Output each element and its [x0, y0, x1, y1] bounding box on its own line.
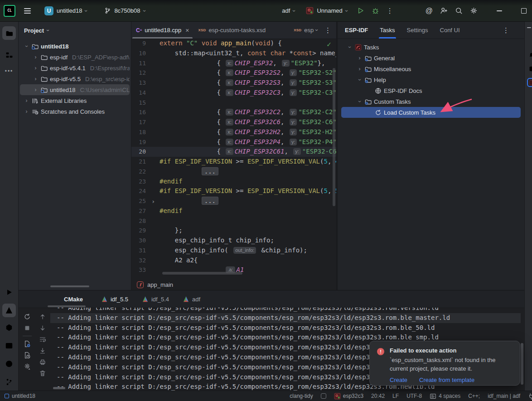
status-item[interactable]: LF	[392, 393, 399, 399]
editor-vertical-scrollbar[interactable]	[333, 68, 335, 206]
stop-icon[interactable]	[24, 324, 31, 332]
status-item[interactable]: UTF-8	[406, 393, 422, 399]
chevron-right-icon[interactable]: ›	[24, 98, 29, 103]
main-menu-button[interactable]	[21, 5, 34, 17]
run-config-tab[interactable]: idf_5.5	[101, 290, 128, 308]
tab-list-chevron-icon[interactable]: ›	[314, 29, 319, 31]
project-tree-item[interactable]: ›Scratches and Consoles	[20, 106, 130, 117]
status-item[interactable]: esp32c3	[334, 393, 363, 400]
chevron-right-icon[interactable]: ›	[24, 109, 29, 114]
more-tools-icon[interactable]: •••	[2, 64, 16, 78]
maximize-button[interactable]	[521, 8, 527, 14]
code-line[interactable]: 21#if ESP_IDF_VERSION >= ESP_IDF_VERSION…	[131, 157, 336, 167]
esp-task-tree-item[interactable]: ›Miscellaneous	[341, 63, 521, 74]
project-tree-item[interactable]: ›esp-idf-v5.5D:\esp_src\esp-idf-	[20, 73, 130, 84]
fold-arrow-icon[interactable]: ›	[151, 197, 155, 207]
code-line[interactable]: 24#if ESP_IDF_VERSION >= ESP_IDF_VERSION…	[131, 186, 336, 196]
breadcrumb-item[interactable]: app_main	[147, 281, 173, 288]
code-line[interactable]: 15	[131, 98, 336, 108]
project-panel-title[interactable]: Project	[24, 27, 44, 34]
code-line[interactable]: 28	[131, 216, 336, 226]
editor-horizontal-scrollbar[interactable]	[162, 272, 242, 275]
status-item[interactable]: clang-tidy	[290, 393, 313, 399]
target-device-selector[interactable]: Unnamed ›	[304, 5, 349, 16]
scrollbar-thumb[interactable]	[48, 305, 86, 307]
esp-task-tree-item[interactable]: ›Help	[341, 74, 521, 85]
chevron-down-icon[interactable]: ›	[357, 77, 363, 83]
code-line[interactable]: 16 { x:CHIP_ESP32C2, y:"ESP32-C2"},	[131, 107, 336, 117]
status-item[interactable]	[528, 393, 532, 400]
print-icon[interactable]	[39, 358, 46, 366]
structure-tool-icon[interactable]	[2, 48, 16, 62]
notifications-tool-icon[interactable]	[527, 51, 532, 60]
console-horizontal-scrollbar[interactable]	[53, 387, 65, 389]
editor-tab[interactable]: C+untitled18.cpp×	[131, 22, 193, 39]
chevron-right-icon[interactable]: ›	[33, 76, 39, 82]
close-tab-icon[interactable]: ×	[185, 27, 189, 34]
code-line[interactable]: 13 { x:CHIP_ESP32S3, y:"ESP32-S3"},	[131, 78, 336, 88]
tool-stripe-fragment-icon[interactable]	[527, 27, 531, 28]
soft-wrap-icon[interactable]	[39, 336, 46, 343]
code-line[interactable]: 30 esp_chip_info_t chip_info;	[131, 236, 336, 246]
esp-panel-tab-conf-ui[interactable]: Conf UI	[440, 22, 460, 39]
git-tool-icon[interactable]	[2, 375, 16, 389]
code-line[interactable]: 19 { x:CHIP_ESP32P4, y:"ESP32-P4"},	[131, 137, 336, 147]
editor-tab[interactable]: XSDesp-custom-tasks.xsd	[193, 22, 270, 39]
show-history-icon[interactable]	[24, 352, 31, 359]
status-item[interactable]	[321, 393, 326, 399]
code-line[interactable]: 14 { x:CHIP_ESP32C3, y:"ESP32-C3"},	[131, 88, 336, 98]
cmake-tool-icon[interactable]	[2, 304, 16, 317]
notification-action-link[interactable]: Create	[390, 377, 407, 383]
esp-panel-tab-settings[interactable]: Settings	[407, 22, 428, 39]
checkbox-icon[interactable]	[321, 393, 326, 399]
run-configuration-selector[interactable]: adf ›	[280, 5, 297, 16]
run-tool-icon[interactable]	[2, 285, 16, 299]
cmake-settings-icon[interactable]	[24, 340, 31, 348]
status-project-widget[interactable]: untitled18	[5, 393, 35, 399]
run-config-tab[interactable]: idf_5.4	[142, 290, 169, 308]
esp-panel-tab-tasks[interactable]: Tasks	[380, 22, 395, 39]
code-line[interactable]: 17 { x:CHIP_ESP32C6, y:"ESP32-C6"},	[131, 117, 336, 127]
next-occurrence-icon[interactable]	[39, 324, 46, 332]
project-widget[interactable]: U untitled18 ›	[41, 5, 91, 17]
esp-task-tree-item[interactable]: Load Custom Tasks	[341, 107, 521, 118]
status-item[interactable]: 4 spaces	[430, 393, 460, 400]
code-editor[interactable]: 9extern "C" void app_main(void) {10 std:…	[131, 39, 336, 275]
chevron-down-icon[interactable]: ›	[24, 43, 29, 49]
options-gear-icon[interactable]	[24, 363, 31, 370]
status-item[interactable]: idf_main | adf	[488, 393, 520, 399]
project-tree-item[interactable]: ›External Libraries	[20, 95, 130, 106]
code-with-me-icon[interactable]	[440, 7, 448, 14]
editor-options-icon[interactable]: ⋮	[324, 26, 332, 34]
code-line[interactable]: 31 esp_chip_info( out_info: &chip_info);	[131, 246, 336, 256]
esp-idf-tool-icon[interactable]	[527, 78, 532, 87]
esp-task-tree-item[interactable]: ›Custom Tasks	[341, 96, 521, 107]
esp-task-tree-item[interactable]: ›General	[341, 53, 521, 63]
code-line[interactable]: 32 A2 a2{	[131, 256, 336, 266]
scroll-to-end-icon[interactable]	[39, 347, 46, 354]
code-line[interactable]: 27#endif	[131, 206, 336, 216]
code-line[interactable]: 29 };	[131, 226, 336, 236]
vcs-branch-widget[interactable]: 8c750b08 ›	[101, 5, 149, 16]
project-tree-item[interactable]: ›untitled18C:\Users\admin\CLio	[20, 84, 130, 95]
esp-task-tree-item[interactable]: ›Tasks	[341, 42, 521, 53]
project-tool-icon[interactable]	[2, 26, 16, 40]
code-line[interactable]: 9extern "C" void app_main(void) {	[131, 39, 336, 48]
status-item[interactable]: C++;	[468, 393, 480, 399]
clear-all-icon[interactable]	[39, 370, 46, 377]
chevron-right-icon[interactable]: ›	[357, 55, 363, 61]
editor-tab[interactable]: XSDesp	[289, 22, 314, 39]
notification-action-link[interactable]: Create from template	[419, 377, 474, 383]
problems-tool-icon[interactable]	[2, 357, 16, 371]
code-line[interactable]: 10 std::map<uint32_t, const char *const>…	[131, 48, 336, 58]
code-line[interactable]: ›25 ...	[131, 196, 336, 206]
chevron-right-icon[interactable]: ›	[33, 87, 39, 92]
project-tree-item[interactable]: ›esp-idf-v5.4.1D:\Espressif\fram	[20, 63, 130, 73]
chevron-right-icon[interactable]: ›	[357, 66, 363, 72]
settings-gear-icon[interactable]	[470, 7, 478, 14]
chevron-right-icon[interactable]: ›	[33, 54, 39, 60]
esp-task-tree-item[interactable]: ESP-IDF Docs	[341, 85, 521, 96]
panel-options-icon[interactable]: ⋮	[503, 26, 510, 34]
inspection-ok-icon[interactable]: ✓	[326, 41, 332, 48]
project-tree-item[interactable]: ›untitled18	[20, 41, 130, 52]
